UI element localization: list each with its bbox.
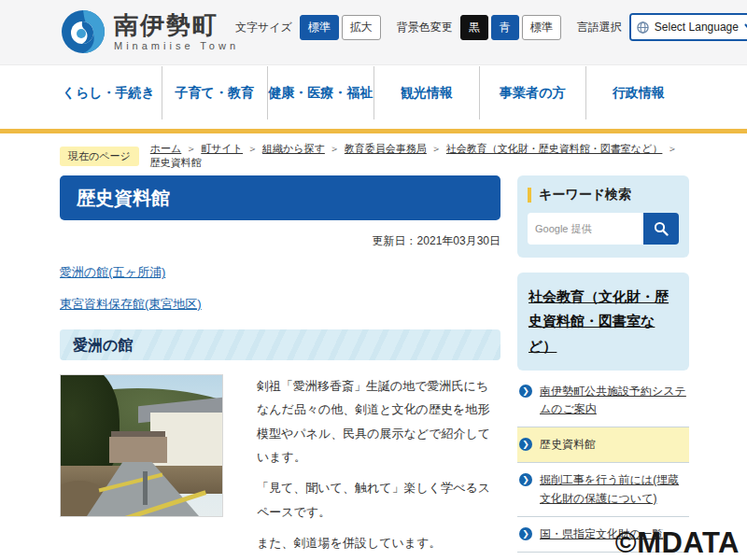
link-tougu-archive[interactable]: 東宮資料保存館(東宮地区): [60, 296, 202, 313]
page-title: 歴史資料館: [60, 175, 500, 220]
arrow-circle-icon: ❯: [519, 385, 532, 398]
sidebar-item-label: 歴史資料館: [540, 438, 596, 451]
content-row: 剣祖「愛洲移香斎」生誕の地で愛洲氏にちなんだ品々の他、剣道と文化の歴史を地形模型…: [60, 374, 500, 554]
breadcrumb: 現在のページ ホーム＞町サイト＞組織から探す＞教育委員会事務局＞社会教育（文化財…: [60, 142, 695, 170]
arrow-circle-icon: ❯: [519, 438, 532, 451]
main-content: 歴史資料館 更新日：2021年03月30日 愛洲の館(五ヶ所浦) 東宮資料保存館…: [60, 175, 500, 560]
paragraph-2: 「見て、聞いて、触れて」楽しく学べるスペースです。: [257, 476, 500, 524]
search-icon: [654, 221, 669, 236]
breadcrumb-link-3[interactable]: 組織から探す: [262, 143, 325, 154]
current-page-tag: 現在のページ: [60, 147, 139, 166]
site-name: 南伊勢町: [114, 12, 239, 39]
bg-color-label: 背景色変更: [397, 20, 453, 35]
sidebar-item-1[interactable]: ❯南伊勢町公共施設予約システムのご案内: [517, 374, 689, 427]
font-size-label: 文字サイズ: [235, 20, 292, 35]
bg-black-button[interactable]: 黒: [460, 15, 488, 40]
link-aisu-no-yakata[interactable]: 愛洲の館(五ヶ所浦): [60, 264, 165, 281]
site-name-en: Minamiise Town: [114, 40, 239, 51]
breadcrumb-separator: ＞: [330, 143, 340, 154]
facility-exterior-photo: [60, 374, 223, 517]
breadcrumb-link-4[interactable]: 教育委員会事務局: [345, 143, 427, 154]
breadcrumb-link-1[interactable]: ホーム: [150, 143, 182, 154]
breadcrumb-separator: ＞: [186, 143, 196, 154]
page: 南伊勢町 Minamiise Town 文字サイズ 標準 拡大 背景色変更 黒 …: [0, 0, 747, 560]
breadcrumb-separator: ＞: [247, 143, 258, 154]
main-nav: くらし・手続き子育て・教育健康・医療・福祉観光情報事業者の方行政情報: [0, 66, 747, 119]
paragraph-3: また、剣道場を併設しています。: [257, 531, 500, 554]
paragraph-1: 剣祖「愛洲移香斎」生誕の地で愛洲氏にちなんだ品々の他、剣道と文化の歴史を地形模型…: [257, 374, 500, 469]
site-logo[interactable]: 南伊勢町 Minamiise Town: [60, 7, 239, 56]
search-title: キーワード検索: [539, 187, 631, 203]
sidebar-item-label: 掘削工事を行う前には(埋蔵文化財の保護について): [540, 473, 679, 504]
section-heading: 愛洲の館: [60, 329, 500, 360]
sidebar-item-2[interactable]: ❯歴史資料館: [517, 427, 689, 463]
nav-item-4[interactable]: 観光情報: [374, 66, 480, 119]
language-select[interactable]: Select Language: [631, 15, 747, 39]
breadcrumb-separator: ＞: [431, 143, 442, 154]
bg-standard-button[interactable]: 標準: [522, 15, 561, 40]
language-box: Select Language 翻訳: [629, 13, 747, 41]
category-title-link[interactable]: 社会教育（文化財・歴史資料館・図書室など）: [529, 285, 678, 358]
logo-text-block: 南伊勢町 Minamiise Town: [114, 12, 239, 52]
arrow-circle-icon: ❯: [519, 473, 532, 486]
breadcrumb-link-2[interactable]: 町サイト: [201, 143, 243, 154]
arrow-circle-icon: ❯: [519, 527, 532, 540]
description-text: 剣祖「愛洲移香斎」生誕の地で愛洲氏にちなんだ品々の他、剣道と文化の歴史を地形模型…: [257, 374, 500, 554]
bg-blue-button[interactable]: 青: [491, 15, 519, 40]
search-button[interactable]: [643, 213, 679, 245]
globe-icon: [637, 21, 649, 34]
site-header: 南伊勢町 Minamiise Town 文字サイズ 標準 拡大 背景色変更 黒 …: [0, 0, 747, 65]
keyword-search-card: キーワード検索: [517, 175, 689, 258]
language-selected-value: Select Language: [655, 21, 744, 34]
accent-band: [0, 129, 747, 133]
nav-item-6[interactable]: 行政情報: [585, 66, 692, 119]
title-accent-bar: [528, 188, 531, 203]
category-card: 社会教育（文化財・歴史資料館・図書室など）: [517, 273, 689, 371]
nav-item-3[interactable]: 健康・医療・福祉: [267, 66, 374, 119]
watermark: ©MDATA: [615, 526, 740, 560]
breadcrumb-current: 歴史資料館: [150, 157, 202, 168]
search-input[interactable]: [528, 213, 643, 245]
sidebar-item-3[interactable]: ❯掘削工事を行う前には(埋蔵文化財の保護について): [517, 463, 689, 516]
sidebar-item-label: 南伊勢町公共施設予約システムのご案内: [540, 385, 686, 415]
sidebar: キーワード検索 社会教育（文化財・歴史資料館・図書室など） ❯南伊勢町公共施設予…: [517, 175, 689, 560]
font-size-standard-button[interactable]: 標準: [300, 15, 339, 40]
updated-date: 更新日：2021年03月30日: [60, 233, 500, 249]
header-utility-bar: 文字サイズ 標準 拡大 背景色変更 黒 青 標準 言語選択 Select Lan…: [235, 13, 747, 41]
nav-item-5[interactable]: 事業者の方: [479, 66, 585, 119]
breadcrumb-link-5[interactable]: 社会教育（文化財・歴史資料館・図書室など）: [446, 143, 663, 154]
font-size-large-button[interactable]: 拡大: [342, 15, 381, 40]
nav-item-2[interactable]: 子育て・教育: [162, 66, 268, 119]
nav-item-1[interactable]: くらし・手続き: [56, 66, 162, 119]
town-logo-icon: [60, 7, 106, 56]
breadcrumb-separator: ＞: [667, 143, 677, 154]
language-label: 言語選択: [577, 20, 622, 35]
breadcrumb-items: ホーム＞町サイト＞組織から探す＞教育委員会事務局＞社会教育（文化財・歴史資料館・…: [150, 142, 695, 170]
